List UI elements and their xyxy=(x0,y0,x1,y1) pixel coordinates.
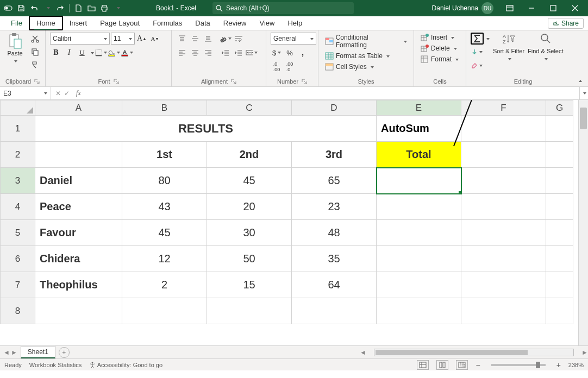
paste-button[interactable]: Paste xyxy=(4,33,26,64)
select-all-corner[interactable] xyxy=(1,100,35,116)
formula-input[interactable] xyxy=(83,87,579,99)
increase-indent-icon[interactable] xyxy=(233,47,245,59)
cell-b5[interactable]: 45 xyxy=(122,220,207,246)
cell-c6[interactable]: 50 xyxy=(207,246,292,272)
tab-page-layout[interactable]: Page Layout xyxy=(93,17,146,29)
cell-f2[interactable] xyxy=(461,142,546,168)
sort-filter-button[interactable]: AZ Sort & Filter xyxy=(493,33,524,62)
row-header-6[interactable]: 6 xyxy=(1,246,35,272)
fx-icon[interactable]: fx xyxy=(74,89,83,97)
row-header-2[interactable]: 2 xyxy=(1,142,35,168)
row-header-8[interactable]: 8 xyxy=(1,298,35,324)
zoom-in-button[interactable]: + xyxy=(556,361,561,369)
align-right-icon[interactable] xyxy=(202,47,214,59)
account-area[interactable]: Daniel Uchenna DU xyxy=(432,2,493,14)
cell-a2[interactable] xyxy=(35,142,122,168)
cell-f1[interactable] xyxy=(461,116,546,142)
cell-a4[interactable]: Peace xyxy=(35,194,122,220)
cell-styles-button[interactable]: Cell Styles xyxy=(323,62,409,72)
col-header-b[interactable]: B xyxy=(122,100,207,116)
font-launcher-icon[interactable] xyxy=(114,79,119,84)
fill-icon[interactable] xyxy=(471,46,483,58)
search-box[interactable]: Search (Alt+Q) xyxy=(212,2,354,14)
cell-d6[interactable]: 35 xyxy=(292,246,377,272)
cell-g6[interactable] xyxy=(546,246,573,272)
collapse-ribbon-icon[interactable] xyxy=(579,78,584,85)
cancel-formula-icon[interactable]: ✕ xyxy=(55,90,61,97)
undo-icon[interactable] xyxy=(28,2,40,14)
row-header-1[interactable]: 1 xyxy=(1,116,35,142)
cell-c3[interactable]: 45 xyxy=(207,168,292,194)
workbook-statistics[interactable]: Workbook Statistics xyxy=(29,362,82,368)
tab-insert[interactable]: Insert xyxy=(63,17,94,29)
vertical-scrollbar[interactable] xyxy=(578,100,588,345)
comma-icon[interactable]: , xyxy=(297,47,309,59)
cell-g5[interactable] xyxy=(546,220,573,246)
cell-g8[interactable] xyxy=(546,298,573,324)
merge-center-icon[interactable] xyxy=(246,47,258,59)
underline-button[interactable]: U xyxy=(76,47,88,59)
col-header-g[interactable]: G xyxy=(546,100,573,116)
align-center-icon[interactable] xyxy=(189,47,201,59)
tab-help[interactable]: Help xyxy=(281,17,309,29)
font-color-icon[interactable]: A xyxy=(121,47,133,59)
font-name-combo[interactable]: Calibri xyxy=(50,33,110,45)
share-button[interactable]: Share xyxy=(548,18,584,29)
italic-button[interactable]: I xyxy=(63,47,75,59)
conditional-formatting-button[interactable]: Conditional Formatting xyxy=(323,33,409,50)
ribbon-display-icon[interactable] xyxy=(499,0,521,16)
find-select-button[interactable]: Find & Select xyxy=(528,33,563,62)
cell-c2[interactable]: 2nd xyxy=(207,142,292,168)
cell-a7[interactable]: Theophilus xyxy=(35,272,122,298)
maximize-icon[interactable] xyxy=(542,0,564,16)
hscroll-right-icon[interactable]: ► xyxy=(581,349,588,356)
percent-icon[interactable]: % xyxy=(284,47,296,59)
tab-view[interactable]: View xyxy=(253,17,281,29)
col-header-a[interactable]: A xyxy=(35,100,122,116)
tab-formulas[interactable]: Formulas xyxy=(146,17,189,29)
enter-formula-icon[interactable]: ✓ xyxy=(64,90,70,97)
cell-d7[interactable]: 64 xyxy=(292,272,377,298)
cell-g3[interactable] xyxy=(546,168,573,194)
cell-b3[interactable]: 80 xyxy=(122,168,207,194)
accessibility-status[interactable]: Accessibility: Good to go xyxy=(89,362,162,368)
open-file-icon[interactable] xyxy=(85,2,97,14)
cell-a1-d1[interactable]: RESULTS xyxy=(35,116,377,142)
tab-scroll-right-icon[interactable]: ► xyxy=(11,349,17,356)
decrease-decimal-icon[interactable]: .00.0 xyxy=(284,61,296,73)
currency-icon[interactable]: $ xyxy=(271,47,283,59)
cell-d5[interactable]: 48 xyxy=(292,220,377,246)
cell-c5[interactable]: 30 xyxy=(207,220,292,246)
cell-e5[interactable] xyxy=(377,220,461,246)
cell-e1[interactable]: AutoSum xyxy=(377,116,461,142)
row-header-5[interactable]: 5 xyxy=(1,220,35,246)
hscroll-left-icon[interactable]: ◄ xyxy=(360,349,366,356)
cell-d2[interactable]: 3rd xyxy=(292,142,377,168)
number-launcher-icon[interactable] xyxy=(302,79,307,84)
col-header-c[interactable]: C xyxy=(207,100,292,116)
col-header-f[interactable]: F xyxy=(461,100,546,116)
name-box[interactable]: E3 xyxy=(0,87,51,99)
row-header-3[interactable]: 3 xyxy=(1,168,35,194)
cell-f8[interactable] xyxy=(461,298,546,324)
cell-c8[interactable] xyxy=(207,298,292,324)
font-size-combo[interactable]: 11 xyxy=(111,33,135,45)
autosum-more[interactable] xyxy=(485,35,490,42)
page-break-view-icon[interactable] xyxy=(456,360,468,370)
cell-g2[interactable] xyxy=(546,142,573,168)
cell-a8[interactable] xyxy=(35,298,122,324)
zoom-out-button[interactable]: − xyxy=(476,361,480,369)
tab-file[interactable]: File xyxy=(4,17,29,29)
format-cells-button[interactable]: Format xyxy=(418,54,461,64)
cell-f6[interactable] xyxy=(461,246,546,272)
format-painter-icon[interactable] xyxy=(29,59,41,71)
minimize-icon[interactable] xyxy=(521,0,542,16)
align-middle-icon[interactable] xyxy=(189,33,201,45)
close-icon[interactable] xyxy=(564,0,586,16)
cell-f4[interactable] xyxy=(461,194,546,220)
cell-a5[interactable]: Favour xyxy=(35,220,122,246)
cell-a6[interactable]: Chidera xyxy=(35,246,122,272)
bold-button[interactable]: B xyxy=(50,47,62,59)
cell-f7[interactable] xyxy=(461,272,546,298)
cell-c4[interactable]: 20 xyxy=(207,194,292,220)
